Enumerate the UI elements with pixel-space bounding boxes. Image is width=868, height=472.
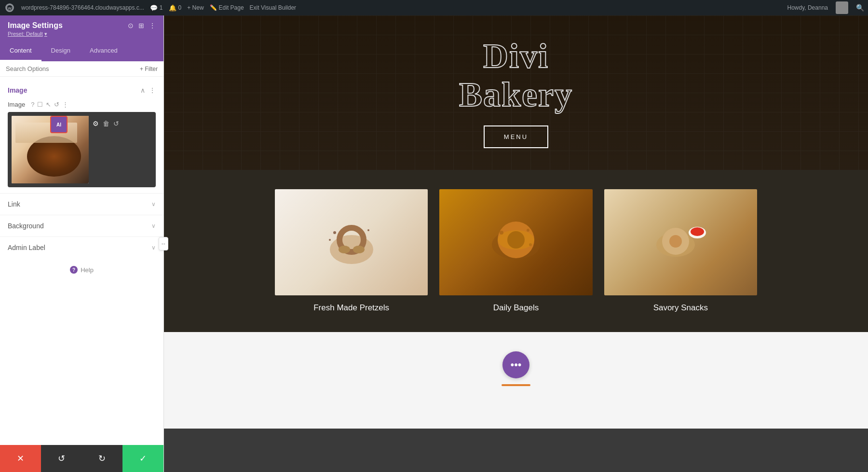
- preset-row[interactable]: Preset: Default ▾: [8, 31, 156, 37]
- edit-page-label: Edit Page: [219, 4, 244, 11]
- background-section-header[interactable]: Background ∨: [0, 215, 163, 236]
- search-icon[interactable]: 🔍: [856, 4, 864, 12]
- section-icons: ∧ ⋮: [140, 86, 156, 94]
- svg-point-14: [527, 229, 529, 232]
- wp-admin-bar: W wordpress-784896-3766464.cloudwaysapps…: [0, 0, 868, 15]
- cancel-button[interactable]: ✕: [0, 445, 41, 472]
- comment-count-link[interactable]: 💬 1: [150, 4, 163, 12]
- left-panel: Image Settings ⊙ ⊞ ⋮ Preset: Default ▾ C…: [0, 15, 164, 472]
- new-link[interactable]: + New: [187, 4, 203, 11]
- svg-point-20: [691, 227, 704, 236]
- save-button[interactable]: ✓: [122, 445, 163, 472]
- panel-header-icons: ⊙ ⊞ ⋮: [128, 22, 156, 29]
- notif-count: 0: [178, 4, 182, 11]
- preset-label: Preset: Default: [8, 31, 43, 37]
- tab-content[interactable]: Content: [0, 41, 41, 61]
- undo-icon[interactable]: ↺: [54, 101, 59, 108]
- overflow-icon[interactable]: ⋮: [62, 101, 68, 108]
- collapse-icon[interactable]: ∧: [140, 86, 145, 94]
- help-icon[interactable]: ?: [31, 101, 34, 108]
- bagels-image: [439, 189, 592, 295]
- pretzels-visual: [275, 189, 428, 295]
- product-card-snacks: Savory Snacks: [604, 189, 757, 313]
- wp-logo-icon[interactable]: W: [4, 2, 15, 14]
- new-label: + New: [187, 4, 203, 11]
- panel-title: Image Settings: [8, 21, 63, 30]
- svg-point-6: [333, 231, 336, 234]
- canvas-area: Divi Bakery MENU: [164, 15, 868, 472]
- avatar[interactable]: [836, 1, 848, 14]
- products-grid: Fresh Made Pretzels: [275, 189, 757, 313]
- chat-bubble-label: •••: [510, 359, 521, 371]
- tab-advanced[interactable]: Advanced: [80, 41, 127, 61]
- filter-button[interactable]: + Filter: [140, 66, 158, 72]
- edit-icon: ✏️: [210, 4, 217, 11]
- link-label: Link: [8, 200, 20, 208]
- bagels-title: Daily Bagels: [493, 303, 539, 313]
- product-card-bagels: Daily Bagels: [439, 189, 592, 313]
- admin-label-section-header[interactable]: Admin Label ∨: [0, 237, 163, 258]
- svg-point-7: [367, 229, 369, 231]
- help-circle-icon: ?: [70, 266, 78, 274]
- link-chevron-icon: ∨: [151, 201, 156, 208]
- help-label: Help: [81, 266, 94, 274]
- howdy-text: Howdy, Deanna: [787, 4, 828, 11]
- menu-button[interactable]: MENU: [484, 125, 548, 148]
- comment-icon: 💬: [150, 4, 158, 12]
- svg-point-8: [329, 239, 331, 241]
- image-preview-area: AI ⚙ 🗑 ↺: [8, 112, 156, 187]
- svg-point-13: [500, 231, 503, 235]
- bakery-title-line1: Divi: [459, 37, 573, 75]
- products-section: Fresh Made Pretzels: [164, 170, 868, 332]
- comment-count: 1: [160, 4, 163, 11]
- redo-button[interactable]: ↻: [82, 445, 123, 472]
- svg-point-18: [669, 235, 682, 248]
- chat-bubble[interactable]: •••: [502, 351, 529, 378]
- bakery-hero: Divi Bakery MENU: [164, 15, 868, 170]
- panel-title-row: Image Settings ⊙ ⊞ ⋮: [8, 21, 156, 30]
- settings-icon[interactable]: ⚙: [93, 120, 99, 127]
- filter-label: + Filter: [140, 66, 158, 72]
- admin-bar-right: Howdy, Deanna 🔍: [787, 1, 865, 14]
- background-chevron-icon: ∨: [151, 222, 156, 229]
- search-input[interactable]: [6, 65, 136, 72]
- tab-design[interactable]: Design: [41, 41, 80, 61]
- notification-link[interactable]: 🔔 0: [169, 4, 182, 12]
- background-label: Background: [8, 222, 44, 230]
- more-icon[interactable]: ⋮: [149, 22, 156, 29]
- resize-handle[interactable]: ↔: [159, 237, 168, 250]
- layout-icon[interactable]: ⊞: [138, 22, 144, 29]
- image-field-icons: ? ☐ ↖ ↺ ⋮: [31, 101, 68, 108]
- bottom-bar: ✕ ↺ ↻ ✓: [0, 445, 163, 472]
- link-section-header[interactable]: Link ∨: [0, 194, 163, 215]
- snacks-image: [604, 189, 757, 295]
- device-icon[interactable]: ☐: [37, 101, 43, 108]
- edit-page-link[interactable]: ✏️ Edit Page: [210, 4, 244, 11]
- main-layout: Image Settings ⊙ ⊞ ⋮ Preset: Default ▾ C…: [0, 15, 868, 472]
- svg-text:W: W: [8, 6, 12, 11]
- ai-badge[interactable]: AI: [50, 116, 68, 133]
- cursor-icon[interactable]: ↖: [46, 101, 51, 108]
- snacks-title: Savory Snacks: [653, 303, 708, 313]
- reset-icon[interactable]: ↺: [113, 120, 119, 127]
- site-name-link[interactable]: wordpress-784896-3766464.cloudwaysapps.c…: [21, 4, 144, 11]
- notif-icon: 🔔: [169, 4, 176, 12]
- svg-point-15: [529, 243, 532, 246]
- help-row[interactable]: ? Help: [0, 258, 163, 281]
- more-options-icon[interactable]: ⋮: [149, 86, 156, 94]
- link-section: Link ∨: [0, 193, 163, 215]
- delete-icon[interactable]: 🗑: [103, 120, 109, 127]
- exit-builder-link[interactable]: Exit Visual Builder: [250, 4, 297, 11]
- image-field-row: Image ? ☐ ↖ ↺ ⋮: [8, 98, 156, 112]
- below-section: •••: [164, 332, 868, 429]
- preset-chevron: ▾: [44, 31, 47, 37]
- product-card-pretzels: Fresh Made Pretzels: [275, 189, 428, 313]
- undo-button[interactable]: ↺: [41, 445, 82, 472]
- panel-header: Image Settings ⊙ ⊞ ⋮ Preset: Default ▾: [0, 15, 163, 41]
- image-section-header[interactable]: Image ∧ ⋮: [8, 83, 156, 98]
- image-preview-controls: ⚙ 🗑 ↺: [89, 116, 119, 127]
- sync-icon[interactable]: ⊙: [128, 22, 134, 29]
- background-section: Background ∨: [0, 215, 163, 236]
- bakery-title-line2: Bakery: [459, 76, 573, 114]
- snacks-visual: [604, 189, 757, 295]
